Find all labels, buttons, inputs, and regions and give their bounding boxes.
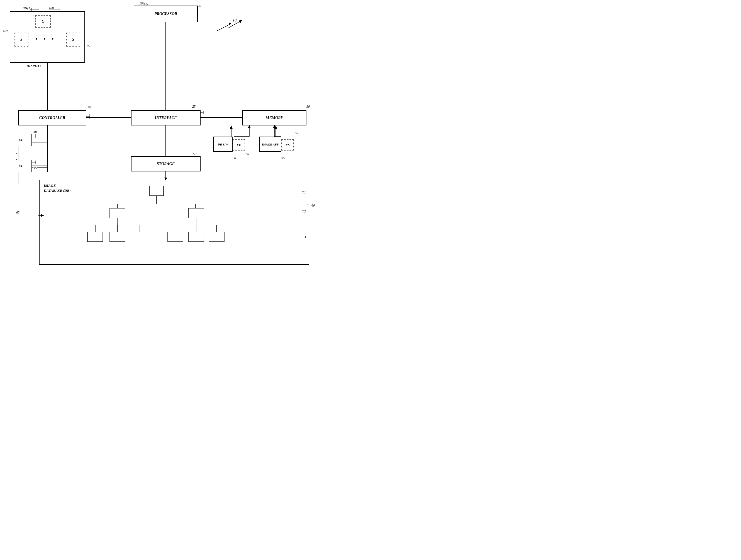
- svg-marker-17: [274, 125, 277, 129]
- fe-label: FE: [237, 143, 241, 147]
- controller-label: CONTROLLER: [39, 116, 65, 120]
- storage-box: STORAGE: [131, 156, 201, 172]
- fs-label: FS: [285, 143, 290, 147]
- fs-box: FS: [281, 139, 294, 150]
- svg-rect-28: [150, 186, 163, 196]
- s-left-label: S: [20, 37, 22, 42]
- ref-80: 80: [246, 152, 249, 156]
- svg-rect-45: [87, 232, 103, 242]
- ref-20: 20: [198, 4, 201, 8]
- interface-box: INTERFACE: [131, 110, 201, 125]
- ref-90: 90: [232, 156, 236, 160]
- q-box: Q: [36, 15, 51, 27]
- image-app-box: IMAGE APP: [259, 137, 281, 152]
- svg-rect-33: [110, 208, 125, 218]
- svg-marker-1: [228, 22, 231, 25]
- display-label: DISPLAY: [26, 64, 41, 68]
- ref-10: 10: [232, 18, 237, 22]
- memory-box: MEMORY: [242, 110, 307, 125]
- image-app-label: IMAGE APP: [262, 143, 279, 146]
- db-sw-label: DB S/W: [218, 143, 228, 146]
- ref-40: 40: [33, 130, 37, 134]
- svg-rect-46: [110, 232, 125, 242]
- ref-85: 85: [295, 131, 298, 135]
- svg-line-0: [217, 24, 231, 30]
- if1-label: I/F: [18, 138, 23, 142]
- ref-75: 75: [86, 44, 90, 48]
- if2-box: I/F: [10, 160, 32, 172]
- ref-104-1: 104(1): [22, 6, 31, 10]
- image-db-box: IMAGEDATABASE (DB) T1 T2 T3: [39, 180, 309, 265]
- ref-102: 102: [3, 29, 8, 34]
- memory-label: MEMORY: [266, 116, 283, 120]
- dots-middle: • • •: [36, 36, 56, 43]
- if1-box: I/F: [10, 134, 32, 146]
- q-label: Q: [42, 19, 44, 24]
- interface-label: INTERFACE: [155, 116, 177, 120]
- if2-label: I/F: [18, 164, 23, 168]
- ref-100: 100: [49, 6, 54, 10]
- processor-box: PROCESSOR: [134, 6, 198, 22]
- fe-box: FE: [232, 139, 245, 150]
- ref-95: 95: [281, 156, 285, 160]
- controller-box: CONTROLLER: [18, 110, 86, 125]
- s-left-box: S: [14, 33, 28, 47]
- svg-marker-71: [239, 19, 242, 23]
- processor-label: PROCESSOR: [154, 12, 177, 16]
- ref-45: 45: [33, 166, 37, 170]
- ref-60: 60: [312, 203, 315, 208]
- ref-104n: 104(n): [139, 1, 148, 6]
- ref-65: 65: [16, 210, 19, 214]
- ref-30: 30: [307, 105, 310, 109]
- svg-rect-49: [209, 232, 224, 242]
- s-right-box: S: [66, 33, 80, 47]
- ref-50: 50: [193, 152, 196, 156]
- storage-label: STORAGE: [157, 162, 175, 166]
- s-right-label: S: [72, 37, 74, 42]
- svg-rect-34: [189, 208, 204, 218]
- svg-rect-48: [189, 232, 204, 242]
- db-sw-box: DB S/W: [213, 137, 232, 152]
- display-outer-box: Q S • • • S: [10, 11, 85, 63]
- diagram: Q S • • • S DISPLAY 100 104(1) 102 75 PR…: [0, 0, 370, 280]
- tree-svg: [40, 180, 309, 264]
- svg-marker-15: [230, 125, 232, 129]
- ref-25: 25: [192, 105, 196, 109]
- svg-rect-47: [168, 232, 183, 242]
- ref-70: 70: [88, 105, 91, 110]
